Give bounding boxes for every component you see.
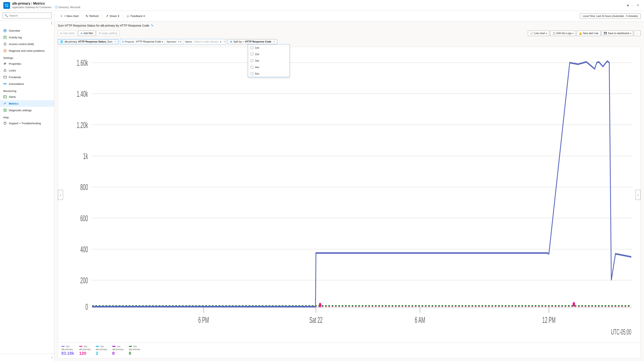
dropdown-item-4xx[interactable]: 4xx	[248, 64, 290, 70]
chart-legend: 2xx alb-primary 83.18k 4xx alb-primary 1…	[58, 342, 640, 358]
svg-text:12 PM: 12 PM	[542, 315, 556, 325]
feedback-icon: ☺	[126, 14, 130, 18]
chart-title: Sum HTTP Response Status for alb-primary…	[58, 24, 149, 27]
save-chevron: ▾	[630, 32, 631, 35]
split-by-pill[interactable]: ⊞ Split by = HTTP Response Code ×	[228, 39, 277, 44]
svg-rect-24	[5, 97, 6, 97]
svg-text:6 PM: 6 PM	[198, 315, 209, 325]
operator-chevron: ▾	[180, 41, 181, 43]
more-options-button[interactable]: ···	[634, 31, 641, 36]
checkbox-3xx[interactable]	[250, 59, 253, 62]
line-chart-icon: 📈	[530, 32, 533, 35]
separator-1	[82, 14, 82, 19]
checkbox-2xx[interactable]	[250, 53, 253, 56]
values-dropdown: 1xx 2xx 3xx 4xx	[248, 44, 290, 77]
line-chart-chevron: ▾	[546, 32, 547, 35]
checkbox-5xx[interactable]	[250, 72, 253, 75]
filter-values-selector[interactable]: Values Select or add value(s) ▾	[183, 39, 223, 44]
diagnostic-label: Diagnostic settings	[9, 109, 32, 112]
more-icon[interactable]: ···	[631, 4, 634, 7]
feedback-button[interactable]: ☺ Feedback ▾	[124, 13, 147, 19]
fav-icon[interactable]: ★	[626, 3, 629, 7]
filter-box: ⊜ Property HTTP Response Code ▾ Operator…	[120, 39, 226, 45]
share-icon: ↗	[106, 14, 108, 18]
svg-text:Sat 22: Sat 22	[309, 315, 322, 325]
sidebar-item-activity-log[interactable]: Activity log	[0, 34, 54, 41]
title-actions: ★ ··· ×	[626, 2, 641, 8]
add-metric-icon: ⊕	[60, 32, 62, 35]
add-metric-button[interactable]: ⊕ Add metric	[58, 31, 77, 36]
dropdown-item-2xx[interactable]: 2xx	[248, 51, 290, 57]
svg-rect-6	[4, 36, 6, 39]
frontends-label: Frontends	[9, 76, 21, 79]
line-chart-button[interactable]: 📈 Line chart ▾	[528, 31, 549, 36]
checkbox-4xx[interactable]	[250, 66, 253, 69]
main-content: ＋ + New chart ↻ Refresh ↗ Share ▾ ☺ Feed…	[54, 11, 644, 361]
title-text: alb-primary | Metrics Application Gatewa…	[12, 2, 80, 9]
refresh-button[interactable]: ↻ Refresh	[84, 13, 101, 19]
support-label: Support + Troubleshooting	[9, 122, 41, 125]
search-input[interactable]	[9, 14, 50, 17]
add-filter-button[interactable]: ⊜ Add filter	[78, 31, 96, 36]
sidebar-item-overview[interactable]: Overview	[0, 27, 54, 34]
frontends-icon	[3, 75, 7, 79]
legend-item-2xx: 2xx alb-primary 83.18k	[61, 345, 74, 356]
locks-label: Locks	[9, 69, 16, 72]
sidebar-item-iam[interactable]: Access control (IAM)	[0, 41, 54, 47]
dropdown-item-5xx[interactable]: 5xx	[248, 70, 290, 77]
share-button[interactable]: ↗ Share ▾	[104, 13, 122, 19]
metrics-label: Metrics	[9, 102, 18, 105]
iam-icon	[3, 42, 7, 46]
filter-operator-selector[interactable]: Operator = ▾	[165, 39, 183, 44]
sidebar-item-metrics[interactable]: Metrics	[0, 100, 54, 107]
app-subtitle: Application Gateway for Containers	[12, 6, 52, 9]
sidebar-item-associations[interactable]: Associations	[0, 81, 54, 87]
svg-text:400: 400	[80, 244, 88, 254]
chart-svg: 1.60k 1.40k 1.20k 1k 800 600 400 200 0 6…	[58, 47, 640, 342]
new-alert-rule-button[interactable]: 🔔 New alert rule	[576, 31, 601, 36]
save-to-dashboard-button[interactable]: 💾 Save to dashboard ▾	[602, 31, 633, 36]
sidebar-item-diagnostic[interactable]: Diagnostic settings	[0, 107, 54, 114]
filter-icon: ⊜	[80, 32, 82, 35]
svg-rect-17	[4, 76, 6, 78]
svg-rect-9	[4, 44, 6, 45]
nav-arrow-left[interactable]: ‹	[58, 190, 63, 200]
close-button[interactable]: ×	[635, 2, 641, 8]
page-title: alb-primary | Metrics	[12, 2, 80, 6]
split-remove-icon[interactable]: ×	[274, 40, 275, 43]
legend-item-4xx: 4xx alb-primary 120	[79, 345, 91, 356]
sidebar-item-properties[interactable]: Properties	[0, 60, 54, 67]
separator-3	[123, 14, 123, 19]
svg-point-59	[572, 302, 575, 306]
edit-chart-title-icon[interactable]: ✎	[151, 24, 154, 27]
sidebar-item-alerts[interactable]: Alerts	[0, 94, 54, 100]
drill-into-logs-button[interactable]: 📋 Drill into Logs ▾	[550, 31, 576, 36]
dropdown-item-3xx[interactable]: 3xx	[248, 57, 290, 64]
metric-pill[interactable]: 🌐 alb-primary, HTTP Response Status, Sum…	[58, 39, 118, 44]
sidebar-item-frontends[interactable]: Frontends	[0, 74, 54, 81]
collapse-button[interactable]: 《	[49, 21, 52, 26]
filter-close-icon[interactable]: ×	[223, 39, 226, 44]
nav-arrow-right[interactable]: ›	[636, 190, 640, 200]
new-chart-button[interactable]: ＋ + New chart	[58, 13, 81, 19]
more-options-icon: ···	[636, 32, 638, 35]
svg-point-19	[4, 83, 5, 85]
sidebar-collapse-arrow[interactable]: ‹	[52, 355, 52, 359]
sidebar-item-diagnose[interactable]: Diagnose and solve problems	[0, 47, 54, 54]
svg-rect-16	[4, 70, 6, 72]
metric-remove-icon[interactable]: ×	[114, 40, 116, 43]
svg-point-12	[5, 51, 5, 52]
diagnose-label: Diagnose and solve problems	[9, 49, 44, 52]
apply-splitting-button[interactable]: ⊞ Apply splitting	[96, 31, 120, 36]
search-box[interactable]: 🔍	[2, 13, 52, 19]
time-range-button[interactable]: Local Time: Last 24 hours (Automatic · 5…	[580, 14, 641, 19]
overview-icon	[3, 29, 7, 32]
svg-rect-1	[7, 4, 8, 5]
sidebar-item-support[interactable]: Support + Troubleshooting	[0, 120, 54, 127]
svg-rect-13	[4, 63, 6, 63]
filter-property-selector[interactable]: ⊜ Property HTTP Response Code ▾	[120, 39, 165, 44]
dropdown-item-1xx[interactable]: 1xx	[248, 45, 290, 51]
checkbox-1xx[interactable]	[250, 46, 253, 49]
sidebar-item-locks[interactable]: Locks	[0, 67, 54, 74]
alerts-label: Alerts	[9, 95, 16, 99]
